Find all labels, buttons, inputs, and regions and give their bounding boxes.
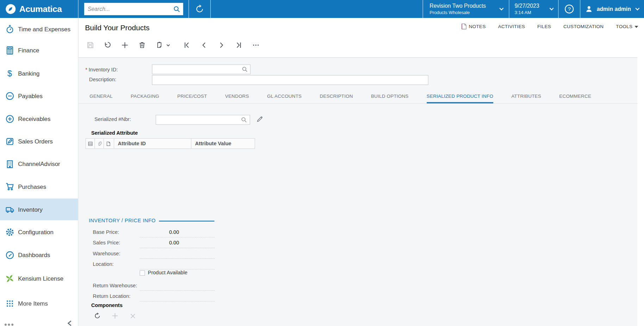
sidebar-overflow-dots[interactable]: ●●● [4, 321, 14, 326]
sidebar-item-finance[interactable]: Finance [0, 39, 78, 61]
business-date-selector[interactable]: 9/27/2023 3:14 AM [509, 0, 558, 18]
save-button[interactable] [86, 40, 95, 50]
copy-dropdown-caret[interactable] [165, 40, 170, 50]
user-name: admin admin [597, 6, 631, 12]
location-field[interactable] [140, 259, 215, 269]
tab-build-options[interactable]: BUILD OPTIONS [371, 94, 409, 103]
attachment-header-cell[interactable] [95, 139, 104, 148]
serialized-nbr-input[interactable] [156, 115, 250, 125]
time-tracking-button[interactable] [188, 0, 210, 18]
sidebar-item-inventory[interactable]: Inventory [0, 199, 78, 220]
return-location-field[interactable] [140, 291, 215, 301]
return-warehouse-field[interactable] [140, 280, 215, 290]
tab-general[interactable]: GENERAL [89, 94, 113, 103]
cart-icon [5, 182, 14, 191]
copy-button[interactable] [155, 40, 164, 50]
sales-price-label: Sales Price: [93, 240, 140, 245]
description-label: Description: [89, 77, 116, 82]
sidebar-item-banking[interactable]: $ Banking [0, 62, 78, 84]
warehouse-row: Warehouse: [93, 248, 215, 259]
chevron-down-icon [499, 7, 504, 11]
description-input[interactable] [152, 75, 429, 85]
edit-pencil-icon[interactable] [257, 116, 263, 122]
tab-gl-accounts[interactable]: GL ACCOUNTS [267, 94, 302, 103]
sidebar-item-label: Sales Orders [18, 138, 53, 145]
sidebar-item-label: ChannelAdvisor [18, 161, 60, 167]
delete-row-button[interactable] [129, 312, 136, 320]
tab-description[interactable]: DESCRIPTION [320, 94, 353, 103]
sales-price-row: Sales Price: 0.00 [93, 237, 215, 248]
column-header-attribute-id[interactable]: Attribute ID [114, 139, 191, 148]
components-title: Components [91, 302, 123, 308]
minus-circle-icon [5, 91, 14, 101]
page-header-links: NOTES ACTIVITIES FILES CUSTOMIZATION TOO… [461, 23, 638, 29]
return-location-label: Return Location: [93, 293, 140, 299]
sidebar-item-kensium-license[interactable]: Kensium License [0, 268, 78, 289]
global-search-input[interactable] [84, 3, 183, 15]
serialized-nbr-label: Serialized #Nbr: [94, 116, 131, 122]
files-link[interactable]: FILES [537, 24, 551, 29]
sidebar-item-configuration[interactable]: Configuration [0, 221, 78, 243]
pinwheel-icon [5, 274, 14, 283]
tab-vendors[interactable]: VENDORS [225, 94, 249, 103]
tab-price-cost[interactable]: PRICE/COST [177, 94, 207, 103]
column-header-attribute-value[interactable]: Attribute Value [192, 139, 255, 148]
user-icon [585, 5, 593, 13]
sidebar-item-receivables[interactable]: Receivables [0, 108, 78, 130]
grid-settings-header-cell[interactable] [86, 139, 95, 148]
refresh-button[interactable] [94, 312, 101, 320]
base-price-label: Base Price: [93, 229, 140, 235]
sidebar-item-channeladvisor[interactable]: ChannelAdvisor [0, 153, 78, 175]
tab-serialized-product-info[interactable]: SERIALIZED PRODUCT INFO [427, 94, 493, 103]
sidebar-item-dashboards[interactable]: Dashboards [0, 244, 78, 266]
caret-down-icon [634, 25, 638, 28]
page-title: Build Your Products [85, 24, 149, 32]
note-icon [461, 23, 467, 29]
notes-link-label: NOTES [469, 24, 486, 29]
last-record-button[interactable] [234, 40, 244, 50]
next-record-button[interactable] [217, 40, 226, 50]
customization-link[interactable]: CUSTOMIZATION [563, 24, 604, 29]
form-panel: *Inventory ID: Description: GENERAL PACK… [79, 57, 638, 326]
sidebar-item-purchases[interactable]: Purchases [0, 175, 78, 197]
business-date: 9/27/2023 [515, 3, 539, 9]
sidebar-collapse-button[interactable] [67, 320, 73, 326]
product-available-checkbox[interactable] [140, 270, 145, 275]
undo-button[interactable] [103, 40, 113, 50]
pencil-square-icon [5, 136, 14, 146]
base-price-field[interactable]: 0.00 [140, 227, 215, 237]
sidebar-item-payables[interactable]: Payables [0, 85, 78, 107]
warehouse-label: Warehouse: [93, 251, 140, 256]
help-button[interactable]: ? [558, 0, 580, 18]
tab-ecommerce[interactable]: ECOMMERCE [559, 94, 591, 103]
grid-settings-icon [88, 141, 93, 146]
brand-logo[interactable]: Acumatica [0, 0, 79, 18]
tools-menu[interactable]: TOOLS [616, 24, 638, 29]
warehouse-field[interactable] [140, 248, 215, 258]
sidebar-item-more-items[interactable]: More Items [0, 293, 78, 314]
record-toolbar [86, 40, 261, 50]
more-actions-button[interactable] [251, 40, 261, 50]
add-row-button[interactable] [111, 312, 119, 320]
tab-packaging[interactable]: PACKAGING [131, 94, 159, 103]
sidebar-item-time-and-expenses[interactable]: Time and Expenses [0, 18, 78, 40]
activities-link[interactable]: ACTIVITIES [498, 24, 525, 29]
notes-link[interactable]: NOTES [461, 23, 486, 29]
add-button[interactable] [120, 40, 130, 50]
tenant-selector[interactable]: Revision Two Products Products Wholesale [423, 0, 509, 18]
user-menu[interactable]: admin admin [580, 0, 644, 18]
inventory-id-input[interactable] [152, 64, 251, 74]
tab-attributes[interactable]: ATTRIBUTES [511, 94, 541, 103]
sidebar-item-label: Time and Expenses [18, 26, 70, 32]
search-icon[interactable] [173, 6, 180, 13]
sidebar-item-sales-orders[interactable]: Sales Orders [0, 130, 78, 152]
prev-record-button[interactable] [199, 40, 209, 50]
first-record-button[interactable] [182, 40, 192, 50]
global-search [79, 0, 189, 18]
tenant-name: Revision Two Products [430, 3, 486, 9]
sales-price-field[interactable]: 0.00 [140, 238, 215, 248]
notes-header-cell[interactable] [104, 139, 114, 148]
sidebar-item-label: Kensium License [18, 275, 63, 282]
return-warehouse-label: Return Warehouse: [93, 283, 140, 288]
delete-button[interactable] [137, 40, 147, 50]
